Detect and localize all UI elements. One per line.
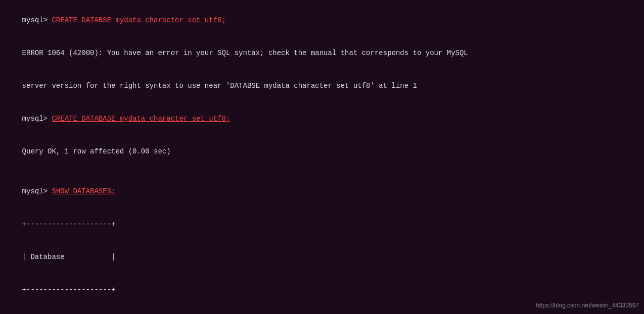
watermark: https://blog.csdn.net/weixin_44333597 <box>536 302 639 309</box>
prompt-6: mysql> <box>22 187 52 195</box>
cmd-6: SHOW DATABASES; <box>52 187 115 195</box>
table-9: +--------------------+ <box>22 286 116 294</box>
terminal-line-1: mysql> CREATE DATABSE mydata character s… <box>5 4 639 37</box>
terminal-line-7: +--------------------+ <box>5 208 639 241</box>
table-8: | Database | <box>22 253 116 261</box>
terminal-line-5: Query OK, 1 row affected (0.00 sec) <box>5 135 639 168</box>
cmd-4: CREATE DATABASE mydata character set utf… <box>52 115 230 123</box>
error-3: server version for the right syntax to u… <box>22 82 417 90</box>
prompt-1: mysql> <box>22 16 52 24</box>
terminal-line-3: server version for the right syntax to u… <box>5 70 639 102</box>
table-7: +--------------------+ <box>22 220 116 228</box>
terminal[interactable]: mysql> CREATE DATABSE mydata character s… <box>0 0 644 314</box>
spacer-1 <box>5 168 639 175</box>
terminal-line-2: ERROR 1064 (42000): You have an error in… <box>5 37 639 70</box>
cmd-1: CREATE DATABSE mydata character set utf8… <box>52 16 225 24</box>
output-5: Query OK, 1 row affected (0.00 sec) <box>22 147 171 155</box>
prompt-4: mysql> <box>22 115 52 123</box>
terminal-line-4: mysql> CREATE DATABASE mydata character … <box>5 102 639 135</box>
error-2: ERROR 1064 (42000): You have an error in… <box>22 49 468 57</box>
terminal-line-8: | Database | <box>5 241 639 274</box>
terminal-line-6: mysql> SHOW DATABASES; <box>5 175 639 208</box>
